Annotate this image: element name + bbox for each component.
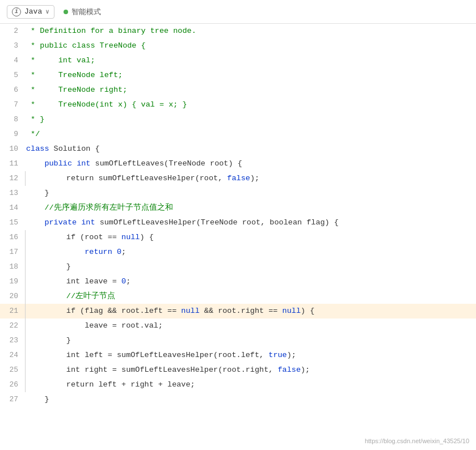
line-content: public int sumOfLeftLeaves(TreeNode root…	[24, 156, 476, 171]
token: null	[181, 307, 199, 315]
line-number: 6	[0, 83, 24, 97]
indent-guide	[25, 348, 26, 363]
line-content: }	[24, 186, 476, 201]
line-number: 2	[0, 24, 24, 39]
line-content: * TreeNode right;	[24, 83, 476, 97]
line-content: if (flag && root.left == null && root.ri…	[27, 304, 476, 319]
token: if (root ==	[30, 233, 121, 241]
line-number: 22	[0, 319, 24, 333]
token: return sumOfLeftLeavesHelper(root,	[30, 174, 227, 182]
token: int	[77, 159, 95, 168]
line-content: leave = root.val;	[27, 319, 476, 333]
line-number: 19	[0, 274, 24, 289]
token: 0	[121, 277, 126, 286]
indent-guide	[25, 289, 26, 304]
mode-indicator: 智能模式	[64, 7, 101, 17]
code-line: 3 * public class TreeNode {	[0, 39, 476, 53]
indent-guide	[25, 377, 26, 392]
code-line: 18 }	[0, 260, 476, 274]
token: * Definition for a binary tree node.	[26, 27, 196, 35]
line-number: 21	[0, 304, 24, 319]
line-number: 17	[0, 245, 24, 260]
indent-guide	[25, 333, 26, 348]
line-content: //左叶子节点	[27, 289, 476, 304]
line-content: }	[27, 260, 476, 274]
line-content: private int sumOfLeftLeavesHelper(TreeNo…	[24, 215, 476, 230]
line-number: 15	[0, 215, 24, 230]
token: ;	[121, 248, 126, 256]
code-editor[interactable]: 2 * Definition for a binary tree node.3 …	[0, 24, 476, 407]
code-line: 9 */	[0, 127, 476, 142]
line-number: 5	[0, 68, 24, 83]
token: && root.right ==	[200, 307, 283, 315]
indent-guide	[25, 319, 26, 333]
indent-guide	[25, 260, 26, 274]
token: //左叶子节点	[30, 292, 115, 300]
token: * TreeNode right;	[26, 86, 127, 94]
token: null	[121, 233, 140, 241]
token: * }	[26, 115, 44, 124]
code-line: 26 return left + right + leave;	[0, 377, 476, 392]
code-line: 4 * int val;	[0, 53, 476, 68]
token: );	[287, 351, 296, 359]
line-number: 20	[0, 289, 24, 304]
line-content: return left + right + leave;	[27, 377, 476, 392]
line-number: 12	[0, 171, 24, 186]
token: class	[26, 145, 54, 153]
chevron-down-icon: ∨	[45, 8, 49, 15]
token: false	[227, 174, 250, 182]
line-content: * public class TreeNode {	[24, 39, 476, 53]
token: );	[250, 174, 259, 182]
line-number: 8	[0, 112, 24, 127]
token: true	[268, 351, 287, 359]
line-number: 11	[0, 156, 24, 171]
line-content: int left = sumOfLeftLeavesHelper(root.le…	[27, 348, 476, 363]
code-line: 12 return sumOfLeftLeavesHelper(root, fa…	[0, 171, 476, 186]
token: return left + right + leave;	[30, 380, 195, 389]
token: sumOfLeftLeavesHelper(TreeNode root, boo…	[100, 218, 339, 227]
code-line: 15 private int sumOfLeftLeavesHelper(Tre…	[0, 215, 476, 230]
token: }	[30, 262, 71, 271]
code-line: 11 public int sumOfLeftLeaves(TreeNode r…	[0, 156, 476, 171]
indent-guide	[25, 245, 26, 260]
token: int right = sumOfLeftLeavesHelper(root.r…	[30, 366, 277, 374]
line-number: 18	[0, 260, 24, 274]
token: int leave =	[30, 277, 121, 286]
token: );	[301, 366, 310, 374]
line-number: 9	[0, 127, 24, 142]
indent-guide	[25, 274, 26, 289]
mode-dot	[64, 10, 68, 14]
token: ) {	[301, 307, 314, 315]
token: false	[277, 366, 301, 374]
token: Solution {	[54, 145, 100, 153]
line-content: return 0;	[27, 245, 476, 260]
line-number: 14	[0, 201, 24, 215]
token: int left = sumOfLeftLeavesHelper(root.le…	[30, 351, 268, 359]
token: int	[81, 218, 99, 227]
token: leave = root.val;	[30, 321, 163, 330]
token: public	[26, 159, 77, 168]
line-content: }	[24, 392, 476, 407]
line-number: 26	[0, 377, 24, 392]
line-content: return sumOfLeftLeavesHelper(root, false…	[27, 171, 476, 186]
language-selector[interactable]: i Java ∨	[7, 5, 54, 19]
code-line: 20 //左叶子节点	[0, 289, 476, 304]
code-line: 13 }	[0, 186, 476, 201]
line-number: 4	[0, 53, 24, 68]
line-content: */	[24, 127, 476, 142]
line-number: 16	[0, 230, 24, 245]
line-content: }	[27, 333, 476, 348]
line-content: //先序遍历求所有左叶子节点值之和	[24, 201, 476, 215]
token: private	[26, 218, 81, 227]
code-line: 5 * TreeNode left;	[0, 68, 476, 83]
token: //先序遍历求所有左叶子节点值之和	[26, 203, 173, 212]
mode-label: 智能模式	[71, 7, 101, 17]
token: sumOfLeftLeaves(TreeNode root) {	[95, 159, 242, 168]
line-content: * int val;	[24, 53, 476, 68]
line-content: * }	[24, 112, 476, 127]
line-content: * TreeNode left;	[24, 68, 476, 83]
code-line: 8 * }	[0, 112, 476, 127]
line-content: int right = sumOfLeftLeavesHelper(root.r…	[27, 363, 476, 377]
code-line: 25 int right = sumOfLeftLeavesHelper(roo…	[0, 363, 476, 377]
code-line: 10class Solution {	[0, 142, 476, 156]
